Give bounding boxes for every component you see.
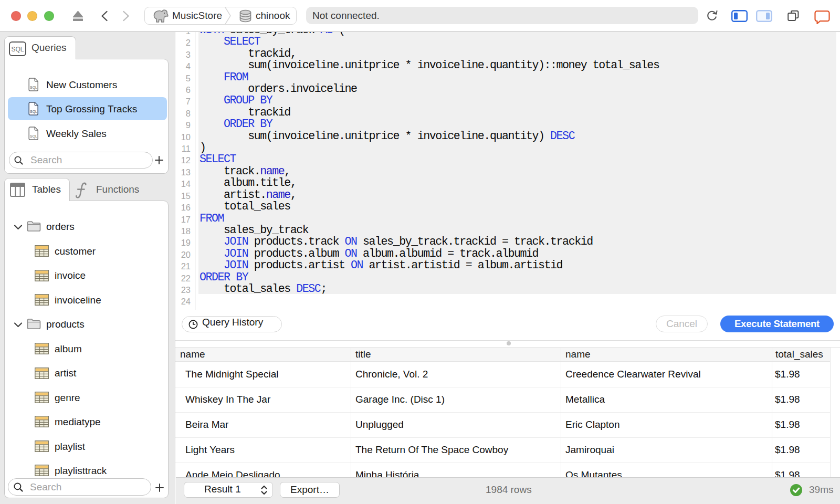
svg-text:SQL: SQL — [30, 110, 37, 114]
svg-text:SQL: SQL — [30, 86, 37, 90]
svg-text:SQL: SQL — [11, 46, 24, 53]
svg-text:SQL: SQL — [30, 134, 37, 139]
